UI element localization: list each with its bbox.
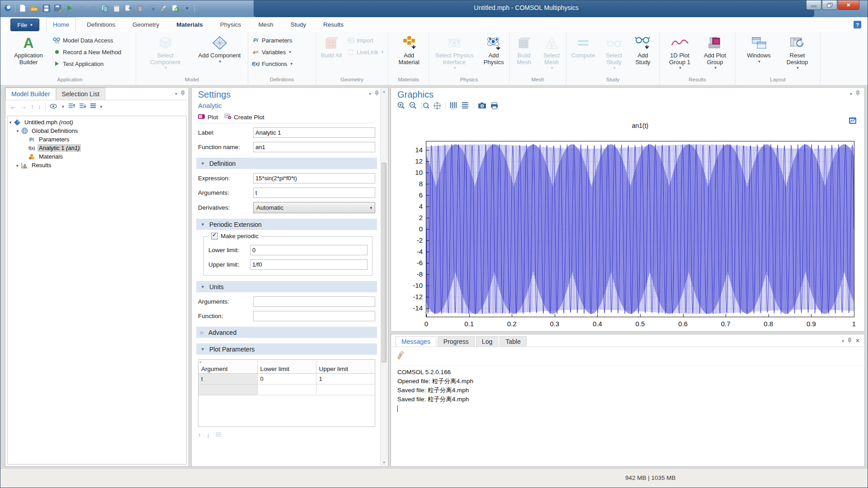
minimize-button[interactable] bbox=[806, 0, 821, 10]
chevron-down-icon[interactable]: ▾ bbox=[850, 91, 852, 96]
zoom-extents-icon[interactable] bbox=[433, 102, 441, 111]
move-up-icon[interactable]: ↑ bbox=[31, 103, 34, 110]
tree-item-results[interactable]: ▸ Results bbox=[8, 161, 186, 169]
expression-field[interactable] bbox=[253, 173, 375, 183]
tab-materials[interactable]: Materials bbox=[170, 17, 209, 32]
plot-window-icon[interactable] bbox=[849, 117, 856, 125]
section-units[interactable]: ▼ Units bbox=[196, 281, 377, 292]
close-button[interactable]: ✕ bbox=[838, 0, 859, 10]
move-row-up-icon[interactable]: ↑ bbox=[198, 432, 201, 439]
clear-messages-icon[interactable] bbox=[397, 354, 405, 361]
lower-limit-field[interactable] bbox=[250, 245, 368, 255]
column-header[interactable]: Argument bbox=[198, 360, 257, 374]
grid-x-icon[interactable] bbox=[450, 102, 458, 111]
add-physics-button[interactable]: Add Physics bbox=[481, 34, 507, 66]
close-icon[interactable]: ✕ bbox=[855, 338, 860, 344]
pin-icon[interactable] bbox=[856, 90, 860, 97]
restore-button[interactable] bbox=[822, 0, 837, 10]
column-header[interactable]: Upper limit bbox=[316, 360, 375, 374]
tab-progress[interactable]: Progress bbox=[438, 336, 475, 347]
test-application-button[interactable]: Test Application bbox=[52, 58, 121, 70]
print-icon[interactable] bbox=[491, 102, 498, 111]
function-name-field[interactable] bbox=[253, 142, 375, 152]
chevron-down-icon[interactable]: ▾ bbox=[175, 91, 177, 96]
scroll-up-icon[interactable]: ▲ bbox=[381, 88, 387, 95]
file-menu-button[interactable]: File▾ bbox=[10, 19, 39, 31]
add-component-button[interactable]: Add Component▾ bbox=[196, 34, 244, 64]
save-as-icon[interactable] bbox=[53, 4, 62, 13]
tab-selection-list[interactable]: Selection List bbox=[56, 88, 105, 100]
tree-item-root[interactable]: ▾ Untitled.mph (root) bbox=[8, 118, 186, 127]
expander-icon[interactable]: ▾ bbox=[8, 120, 13, 125]
delete-icon[interactable] bbox=[136, 4, 145, 13]
dropdown-caret[interactable]: ▾ bbox=[62, 104, 64, 109]
report-icon[interactable] bbox=[171, 4, 180, 13]
zoom-out-icon[interactable] bbox=[409, 102, 417, 111]
tab-definitions[interactable]: Definitions bbox=[80, 17, 122, 32]
expander-icon[interactable]: ▾ bbox=[15, 129, 20, 133]
make-periodic-checkbox[interactable] bbox=[211, 233, 218, 239]
grid-y-icon[interactable] bbox=[462, 102, 469, 111]
back-icon[interactable]: ← bbox=[10, 103, 16, 110]
add-material-button[interactable]: Add Material bbox=[393, 34, 425, 66]
functions-button[interactable]: f(x) Functions▾ bbox=[251, 58, 292, 70]
open-file-icon[interactable] bbox=[30, 4, 39, 13]
tab-geometry[interactable]: Geometry bbox=[126, 17, 165, 32]
add-plot-group-button[interactable]: Add Plot Group▾ bbox=[699, 34, 731, 70]
label-field[interactable] bbox=[253, 127, 375, 138]
tab-model-builder[interactable]: Model Builder bbox=[5, 88, 56, 100]
record-new-method-button[interactable]: Record a New Method bbox=[52, 46, 121, 58]
columns-icon[interactable] bbox=[90, 103, 96, 110]
zoom-in-icon[interactable] bbox=[397, 102, 405, 111]
copy-icon[interactable] bbox=[100, 4, 109, 13]
tree-item-materials[interactable]: Materials bbox=[8, 152, 186, 161]
run-icon[interactable] bbox=[65, 4, 74, 13]
scrollbar-thumb[interactable] bbox=[382, 163, 387, 362]
pin-icon[interactable] bbox=[848, 338, 852, 344]
tab-table[interactable]: Table bbox=[500, 336, 526, 347]
plot-group-1d-button[interactable]: 1D Plot Group 1▾ bbox=[665, 34, 695, 70]
create-plot-button[interactable]: Create Plot bbox=[224, 113, 264, 121]
table-row[interactable] bbox=[198, 385, 375, 395]
expand-all-icon[interactable] bbox=[68, 103, 75, 110]
units-function-field[interactable] bbox=[253, 311, 375, 321]
tab-mesh[interactable]: Mesh bbox=[252, 17, 279, 32]
model-data-access-button[interactable]: Model Data Access bbox=[52, 34, 121, 46]
scroll-down-icon[interactable]: ▼ bbox=[381, 459, 387, 466]
move-row-down-icon[interactable]: ↓ bbox=[207, 432, 210, 439]
section-advanced[interactable]: ▷ Advanced bbox=[196, 327, 377, 338]
save-icon[interactable] bbox=[42, 4, 51, 13]
upper-limit-field[interactable] bbox=[250, 259, 368, 270]
table-row[interactable]: t 0 1 bbox=[198, 374, 375, 385]
expander-icon[interactable]: ▸ bbox=[15, 163, 20, 168]
chevron-down-icon[interactable]: ▾ bbox=[842, 338, 844, 343]
tab-results[interactable]: Results bbox=[317, 17, 350, 32]
move-down-icon[interactable]: ↓ bbox=[38, 103, 41, 110]
plot-canvas[interactable] bbox=[426, 141, 854, 317]
tab-physics[interactable]: Physics bbox=[214, 17, 248, 32]
dropdown-caret[interactable]: ▾ bbox=[100, 104, 103, 109]
paste-icon[interactable] bbox=[112, 4, 121, 13]
tab-log[interactable]: Log bbox=[476, 336, 498, 347]
paste-move-icon[interactable] bbox=[124, 4, 133, 13]
new-file-icon[interactable] bbox=[18, 4, 27, 13]
tab-home[interactable]: Home bbox=[46, 17, 76, 32]
tree-item-analytic-1[interactable]: f(x) Analytic 1 (an1) bbox=[8, 144, 186, 152]
section-periodic-extension[interactable]: ▼ Periodic Extension bbox=[196, 219, 377, 230]
redo-icon[interactable]: ↷ bbox=[89, 4, 98, 13]
tab-study[interactable]: Study bbox=[284, 17, 312, 32]
derivatives-select[interactable]: Automatic ▾ bbox=[253, 202, 375, 213]
tree-item-global-definitions[interactable]: ▾ Global Definitions bbox=[8, 127, 186, 135]
tree-item-parameters[interactable]: Pi Parameters bbox=[8, 135, 186, 144]
windows-button[interactable]: Windows▾ bbox=[743, 34, 775, 64]
help-button[interactable]: ? bbox=[854, 21, 861, 28]
show-icon[interactable] bbox=[50, 103, 58, 110]
add-study-button[interactable]: Add Study bbox=[631, 34, 655, 66]
column-header[interactable]: Lower limit bbox=[257, 360, 316, 374]
undo-icon[interactable]: ↶ bbox=[77, 4, 86, 13]
reset-desktop-button[interactable]: Reset Desktop▾ bbox=[781, 34, 814, 70]
pin-icon[interactable] bbox=[181, 90, 185, 97]
clear-brush-icon[interactable] bbox=[159, 4, 168, 13]
select-box-icon[interactable] bbox=[147, 4, 156, 13]
section-plot-parameters[interactable]: ▼ Plot Parameters bbox=[196, 343, 377, 355]
